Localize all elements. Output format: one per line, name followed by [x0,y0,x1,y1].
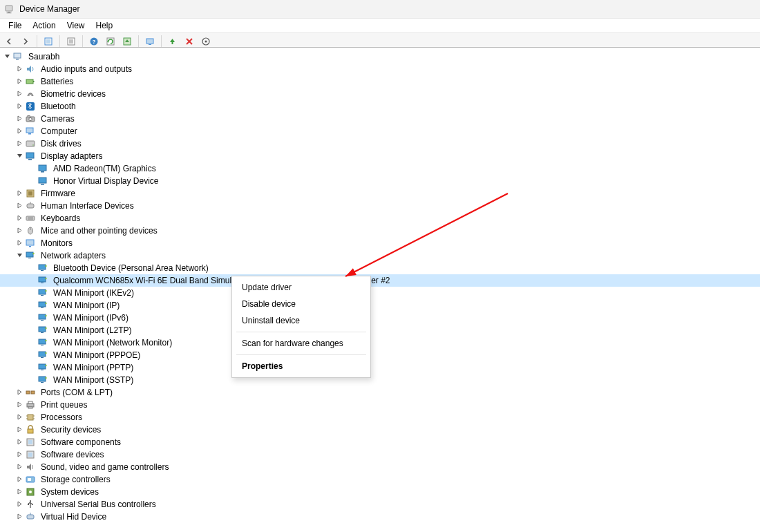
svg-rect-65 [41,307,44,308]
chevron-right-icon[interactable] [15,66,23,73]
chevron-right-icon[interactable] [15,513,23,521]
menu-view[interactable]: View [61,19,91,32]
svg-point-29 [29,117,32,120]
tree-node-cat-13-child-6[interactable]: WAN Miniport (Network Monitor) [0,336,760,349]
tree-node-label: Network adapters [39,250,108,261]
window-title: Device Manager [19,4,79,14]
tree-node-cat-7[interactable]: Display adapters [0,150,760,162]
chevron-right-icon[interactable] [15,115,23,123]
tree-node-cat-13[interactable]: Network adapters [0,249,760,262]
context-menu-disable[interactable]: Disable device [232,296,370,312]
tree-node-cat-7-child-0[interactable]: AMD Radeon(TM) Graphics [0,162,760,175]
chevron-right-icon[interactable] [15,464,23,471]
device-tree[interactable]: SaurabhAudio inputs and outputsBatteries… [0,47,760,532]
tree-node-cat-20[interactable]: Sound, video and game controllers [0,461,760,473]
chevron-right-icon[interactable] [15,128,23,135]
context-menu-update-driver[interactable]: Update driver [232,279,370,296]
firmware-icon [25,188,36,199]
chevron-right-icon[interactable] [15,501,23,509]
chevron-right-icon[interactable] [15,389,23,397]
tree-node-cat-10[interactable]: Keyboards [0,212,760,225]
tree-node-cat-7-child-1[interactable]: Honor Virtual Display Device [0,175,760,187]
titlebar: Device Manager [0,0,760,19]
tree-node-cat-13-child-8[interactable]: WAN Miniport (PPTP) [0,361,760,374]
svg-rect-95 [28,429,33,433]
chevron-down-icon[interactable] [15,153,23,160]
tree-node-cat-13-child-1[interactable]: Qualcomm WCN685x Wi-Fi 6E Dual Band Simu… [0,274,760,287]
chevron-right-icon[interactable] [15,91,23,98]
tree-node-label: Cameras [39,113,77,124]
chevron-right-icon[interactable] [15,451,23,459]
tree-node-label: Sound, video and game controllers [39,462,171,473]
tree-node-root[interactable]: Saurabh [0,50,760,63]
svg-rect-89 [28,407,32,408]
tree-node-label: Disk drives [39,138,84,149]
tree-node-label: WAN Miniport (L2TP) [51,325,134,336]
tree-node-cat-12[interactable]: Monitors [0,237,760,249]
chevron-right-icon[interactable] [15,227,23,235]
chevron-right-icon[interactable] [15,140,23,148]
tree-node-cat-17[interactable]: Security devices [0,424,760,436]
tree-node-cat-9[interactable]: Human Interface Devices [0,200,760,212]
tree-node-cat-4[interactable]: Cameras [0,113,760,125]
tree-node-label: Display adapters [39,151,104,162]
chevron-down-icon[interactable] [3,53,11,61]
tree-node-cat-21[interactable]: Storage controllers [0,473,760,486]
tree-node-cat-19[interactable]: Software devices [0,448,760,461]
chevron-right-icon[interactable] [15,240,23,247]
tree-node-cat-13-child-7[interactable]: WAN Miniport (PPPOE) [0,349,760,361]
context-menu-properties[interactable]: Properties [232,358,370,374]
chevron-right-icon[interactable] [15,488,23,496]
menu-file[interactable]: File [3,19,27,32]
chevron-right-icon[interactable] [15,202,23,210]
tree-node-label: AMD Radeon(TM) Graphics [51,163,158,174]
tree-node-cat-18[interactable]: Software components [0,436,760,448]
context-menu-scan[interactable]: Scan for hardware changes [232,335,370,352]
tree-node-cat-23[interactable]: Universal Serial Bus controllers [0,498,760,511]
context-menu-uninstall[interactable]: Uninstall device [232,312,370,329]
svg-marker-100 [27,464,31,471]
tree-node-cat-1[interactable]: Batteries [0,75,760,88]
tree-node-cat-6[interactable]: Disk drives [0,137,760,150]
tree-node-cat-13-child-0[interactable]: Bluetooth Device (Personal Area Network) [0,262,760,274]
chevron-down-icon[interactable] [15,252,23,260]
svg-point-21 [205,41,207,43]
tree-node-cat-0[interactable]: Audio inputs and outputs [0,63,760,75]
chevron-right-icon[interactable] [15,215,23,222]
svg-rect-97 [28,440,32,444]
tree-node-cat-13-child-5[interactable]: WAN Miniport (L2TP) [0,324,760,336]
chevron-right-icon[interactable] [15,190,23,198]
tree-node-cat-13-child-9[interactable]: WAN Miniport (SSTP) [0,374,760,386]
menu-help[interactable]: Help [91,19,119,32]
tree-node-cat-16[interactable]: Processors [0,411,760,424]
printer-icon [25,399,36,410]
menu-action[interactable]: Action [27,19,61,32]
tree-node-cat-8[interactable]: Firmware [0,187,760,200]
svg-rect-16 [149,44,151,45]
chevron-right-icon[interactable] [15,78,23,86]
chevron-right-icon[interactable] [15,476,23,484]
chevron-right-icon[interactable] [15,414,23,421]
network-icon [25,250,36,261]
tree-node-cat-14[interactable]: Ports (COM & LPT) [0,386,760,399]
tree-node-cat-24[interactable]: Virtual Hid Device [0,511,760,523]
chevron-right-icon[interactable] [15,439,23,446]
svg-rect-0 [6,6,12,11]
chevron-right-icon[interactable] [15,401,23,409]
tree-node-cat-13-child-3[interactable]: WAN Miniport (IP) [0,299,760,312]
tree-node-cat-13-child-2[interactable]: WAN Miniport (IKEv2) [0,287,760,299]
tree-node-cat-15[interactable]: Print queues [0,399,760,411]
tree-node-label: Saurabh [26,51,61,62]
tree-node-cat-3[interactable]: Bluetooth [0,100,760,113]
tree-node-cat-13-child-4[interactable]: WAN Miniport (IPv6) [0,312,760,324]
svg-rect-25 [26,79,33,84]
tree-node-cat-11[interactable]: Mice and other pointing devices [0,225,760,237]
chevron-right-icon[interactable] [15,426,23,434]
toolbar-separator [59,35,60,48]
tree-node-cat-5[interactable]: Computer [0,125,760,137]
svg-point-63 [45,290,46,292]
tree-node-cat-2[interactable]: Biometric devices [0,88,760,100]
software-icon [25,449,36,460]
chevron-right-icon[interactable] [15,103,23,111]
tree-node-cat-22[interactable]: System devices [0,486,760,498]
